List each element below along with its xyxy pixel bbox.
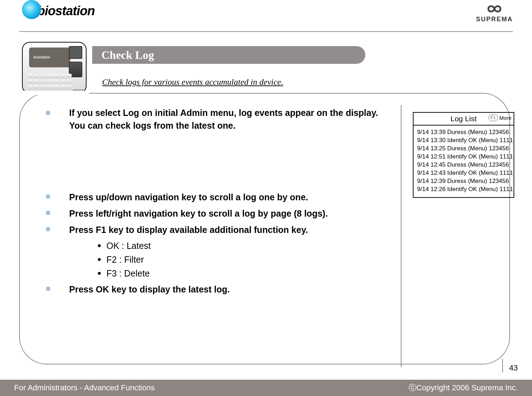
sub-2: F2 : Filter — [106, 253, 144, 267]
log-list-body: 9/14 13:39 Duress (Menu) 123456 9/14 13:… — [414, 126, 514, 197]
device-screen: biostation — [29, 48, 70, 67]
device-keypad — [28, 74, 72, 89]
bullet-icon — [46, 227, 50, 231]
footer-left: For Administrators - Advanced Functions — [14, 383, 155, 392]
device-screen-label: biostation — [33, 55, 50, 59]
more-label: More — [499, 115, 511, 121]
bullet-3: Press F1 key to display available additi… — [69, 223, 383, 237]
page-header: biostation SUPREMA — [19, 0, 513, 32]
dot-icon — [98, 244, 101, 247]
swirl-icon — [22, 0, 41, 19]
bullet-icon — [46, 287, 50, 291]
infinity-icon — [483, 3, 506, 15]
page-number: 43 — [502, 358, 518, 373]
intro-block: If you select Log on initial Admin menu,… — [46, 106, 383, 134]
bullet-icon — [46, 111, 50, 115]
device-thumbnail: biostation suprema — [22, 42, 87, 94]
intro-text: If you select Log on initial Admin menu,… — [69, 106, 383, 132]
log-list-title: Log List — [450, 115, 477, 123]
log-row: 9/14 12:26 Identify OK (Menu) 1111 — [417, 185, 510, 194]
log-list-header: Log List F1 More — [414, 113, 514, 126]
bullet-4: Press OK key to display the latest log. — [69, 282, 383, 296]
footer-right: ⓒCopyright 2006 Suprema Inc. — [409, 383, 518, 393]
log-row: 9/14 13:25 Duress (Menu) 123456 — [417, 145, 510, 153]
logo-right: SUPREMA — [476, 3, 513, 23]
log-row: 9/14 13:30 Identify OK (Menu) 1111 — [417, 136, 510, 145]
log-row: 9/14 12:43 Identify OK (Menu) 1111 — [417, 169, 510, 177]
panel-mask — [18, 91, 89, 95]
log-row: 9/14 12:45 Duress (Menu) 123456 — [417, 161, 510, 169]
section-title: Check Log — [92, 46, 365, 64]
dot-icon — [98, 258, 101, 261]
device-speaker-icon — [69, 46, 82, 59]
sub-list: OK : Latest F2 : Filter F3 : Delete — [98, 239, 383, 280]
f1-more-chip: F1 More — [488, 114, 511, 121]
bullet-2: Press left/right navigation key to scrol… — [69, 206, 383, 221]
bullet-1: Press up/down navigation key to scroll a… — [69, 190, 383, 204]
log-row: 9/14 12:51 Identify OK (Menu) 1111 — [417, 153, 510, 161]
log-row: 9/14 13:39 Duress (Menu) 123456 — [417, 128, 510, 136]
bullet-icon — [46, 195, 50, 199]
f1-key-icon: F1 — [488, 114, 498, 121]
logo-left: biostation — [22, 2, 95, 21]
log-row: 9/14 12:39 Duress (Menu) 123456 — [417, 177, 510, 185]
footer-bar: For Administrators - Advanced Functions … — [0, 380, 532, 396]
sub-1: OK : Latest — [106, 239, 151, 253]
log-list-panel: Log List F1 More 9/14 13:39 Duress (Menu… — [413, 112, 514, 198]
vertical-separator — [401, 105, 401, 367]
bullet-icon — [46, 211, 50, 215]
instruction-list: Press up/down navigation key to scroll a… — [46, 190, 383, 299]
logo-left-text: biostation — [37, 4, 95, 18]
section-subtitle: Check logs for various events accumulate… — [102, 77, 283, 87]
sub-3: F3 : Delete — [106, 267, 150, 280]
logo-right-text: SUPREMA — [476, 16, 513, 23]
dot-icon — [98, 272, 101, 275]
